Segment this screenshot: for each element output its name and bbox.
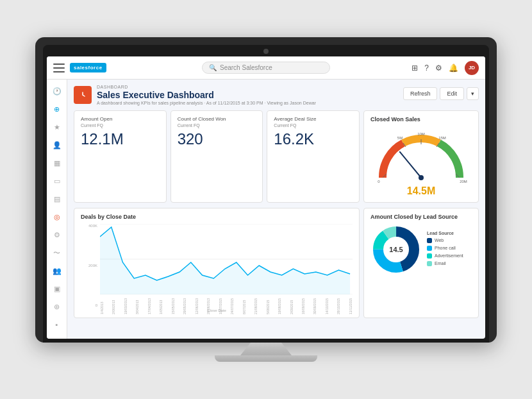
dashboard-title-area: DASHBOARD Sales Executive Dashboard A da… [74,85,316,105]
svg-text:15M: 15M [438,136,446,140]
kpi-amount-open: Amount Open Current FQ 12.1M [74,110,167,203]
sidebar-item-target[interactable]: ◎ [51,210,63,223]
svg-text:20M: 20M [460,180,467,183]
y-mark-400k: 400K [88,224,97,228]
sidebar-item-admin[interactable]: ⊛ [51,300,63,313]
kpi-value-1: 320 [178,130,256,148]
x-label: 2/06/2013 [112,298,115,314]
legend-item-email: Email [427,261,463,266]
legend-label-web: Web [435,238,444,242]
x-label: 16/09/2015 [301,298,305,314]
kpi-closed-won: Count of Closed Won Current FQ 320 [170,110,263,203]
legend-item-web: Web [427,238,463,243]
sidebar-item-home[interactable]: ⊕ [51,103,63,115]
kpi-sublabel-2: Current FQ [274,123,353,128]
sidebar-item-folder[interactable]: ▭ [51,174,63,187]
kpi-value-0: 12.1M [81,130,160,148]
y-mark-200k: 200K [88,264,97,267]
gauge-svg: 0 5M 10M 15M 20M [370,126,472,184]
page-title: Sales Executive Dashboard [97,90,316,100]
svg-line-11 [400,152,421,178]
breadcrumb: DASHBOARD [97,85,316,89]
dashboard-actions: Refresh Edit ▾ [403,87,479,100]
legend-item-phone: Phone call [427,246,463,251]
pie-svg: 14.5 [370,224,422,275]
x-label: 15/05/2013 [171,298,175,314]
help-icon[interactable]: ? [424,64,429,72]
monitor-bezel: salesforce 🔍 Search Salesforce ⊞ ? ⚙ 🔔 [43,45,489,343]
gear-icon[interactable]: ⚙ [435,64,442,72]
pie-chart-card: Amount Closed by Lead Source [363,208,479,318]
kpi-avg-deal: Average Deal Size Current FQ 16.2K [267,110,360,203]
kpi-value-2: 16.2K [274,130,353,148]
gauge-container: 0 5M 10M 15M 20M 14 [370,126,472,197]
content-area: DASHBOARD Sales Executive Dashboard A da… [67,80,485,339]
monitor-camera [263,49,269,54]
grid-icon[interactable]: ⊞ [411,64,418,72]
gauge-value: 14.5M [407,185,435,197]
bell-icon[interactable]: 🔔 [449,64,458,72]
gauge-card: Closed Won Sales [363,110,479,203]
x-label: 11/11/2015 [349,298,353,314]
edit-button[interactable]: Edit [440,87,464,100]
refresh-button[interactable]: Refresh [403,87,438,100]
x-label: 21/08/2015 [254,298,258,314]
monitor-stand [240,343,292,355]
x-label: 17/04/2013 [147,298,151,314]
legend-label-phone: Phone call [435,246,456,250]
monitor-base [215,355,317,362]
x-label: 19/08/2015 [278,298,281,314]
kpi-label-2: Average Deal Size [274,116,353,122]
legend-label-email: Email [435,261,446,266]
salesforce-logo: salesforce [70,63,106,72]
sidebar-item-date[interactable]: ▣ [51,282,63,295]
x-label: 14/10/2015 [325,298,329,314]
kpi-label-0: Amount Open [81,116,160,122]
line-chart-title: Deals by Close Date [81,214,353,220]
navbar: salesforce 🔍 Search Salesforce ⊞ ? ⚙ 🔔 [47,56,485,80]
legend-label-ad: Advertisement [435,253,463,258]
sidebar-item-people[interactable]: 👥 [51,264,63,277]
x-label: 30/09/2015 [313,298,317,314]
legend-dot-ad [427,253,432,259]
x-label: 1/4/2013 [100,298,104,314]
bottom-row: Deals by Close Date 400K 200K 0 [74,208,479,318]
x-label: 10/07/2015 [219,298,222,314]
main-layout: 🕐 ⊕ ★ 👤 ▦ ▭ ▤ ◎ ⚙ 〜 👥 ▣ ⊛ ▪ [47,80,485,339]
search-bar[interactable]: 🔍 Search Salesforce [202,62,330,74]
x-label: 8/07/2015 [242,298,246,314]
dropdown-button[interactable]: ▾ [467,87,479,100]
sidebar-item-chart[interactable]: ▤ [51,192,63,205]
line-chart-svg-container: 1/4/2013 2/06/2013 19/03/2013 3/04/2013 … [100,224,353,307]
sidebar: 🕐 ⊕ ★ 👤 ▦ ▭ ▤ ◎ ⚙ 〜 👥 ▣ ⊛ ▪ [47,80,67,339]
pie-legend: Lead Source Web Phone call [427,231,463,269]
x-label: 24/07/2015 [230,298,234,314]
kpi-row: Amount Open Current FQ 12.1M Count of Cl… [74,110,479,203]
x-label: 2/09/2015 [290,298,294,314]
dashboard-icon [74,86,92,104]
hamburger-menu[interactable] [53,64,65,72]
monitor-screen: salesforce 🔍 Search Salesforce ⊞ ? ⚙ 🔔 [47,56,485,339]
svg-text:10M: 10M [417,132,425,136]
x-label: 1/05/2013 [159,298,163,314]
pie-chart-title: Amount Closed by Lead Source [370,214,472,220]
dashboard-header: DASHBOARD Sales Executive Dashboard A da… [74,85,479,105]
sidebar-item-clock[interactable]: 🕐 [51,85,63,98]
dashboard-subtitle: A dashboard showing KPIs for sales pipel… [97,101,316,105]
nav-right-icons: ⊞ ? ⚙ 🔔 JD [411,61,479,75]
sidebar-item-pulse[interactable]: 〜 [51,246,63,259]
sidebar-item-bag[interactable]: ▪ [51,318,63,331]
line-chart-svg [100,224,353,294]
sidebar-item-user[interactable]: 👤 [51,139,63,151]
sidebar-item-calendar[interactable]: ▦ [51,157,63,169]
svg-point-12 [419,175,424,180]
sidebar-item-settings[interactable]: ⚙ [51,228,63,241]
svg-marker-16 [100,227,350,294]
x-label: 26/06/2013 [206,298,210,314]
sidebar-item-star[interactable]: ★ [51,121,63,133]
x-label: 3/04/2013 [135,298,139,314]
search-placeholder: Search Salesforce [220,64,272,71]
legend-dot-phone [427,246,432,251]
avatar[interactable]: JD [465,61,479,75]
gauge-title: Closed Won Sales [370,116,472,123]
